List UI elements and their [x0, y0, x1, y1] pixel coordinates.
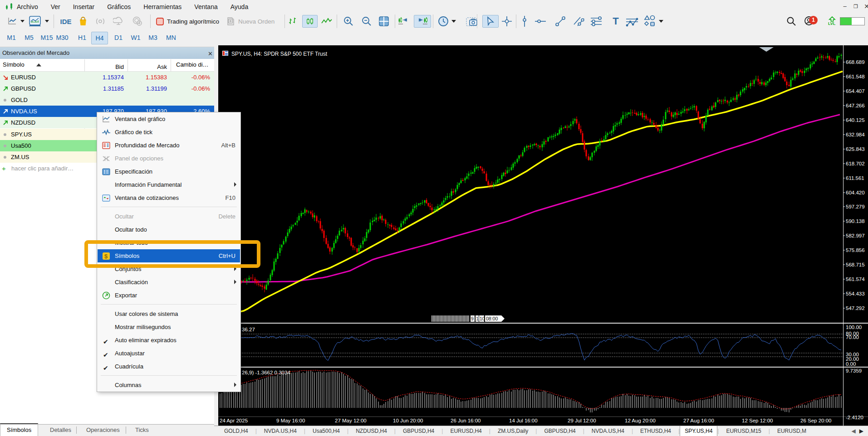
- svg-text:-2.4120: -2.4120: [846, 415, 863, 420]
- svg-text:36.27: 36.27: [242, 327, 255, 332]
- svg-text:597.279: 597.279: [846, 204, 865, 209]
- svg-text:1: 1: [476, 316, 479, 321]
- svg-text:29 Jul 12:00: 29 Jul 12:00: [568, 418, 596, 423]
- svg-text:26 Jun 16:00: 26 Jun 16:00: [451, 418, 481, 423]
- svg-text:618.702: 618.702: [846, 161, 865, 166]
- svg-text:575.856: 575.856: [846, 247, 865, 253]
- svg-text:12 Sep 12:00: 12 Sep 12:00: [742, 418, 773, 423]
- svg-text:08:00: 08:00: [486, 316, 498, 321]
- svg-text:568.715: 568.715: [846, 262, 865, 267]
- svg-text:547.292: 547.292: [846, 305, 865, 311]
- svg-text:9: 9: [471, 316, 474, 321]
- svg-text:647.266: 647.266: [846, 103, 865, 108]
- svg-text:27 May 12:00: 27 May 12:00: [335, 418, 367, 423]
- svg-text:9.7359: 9.7359: [846, 368, 862, 373]
- svg-text:0.00: 0.00: [846, 361, 856, 367]
- svg-text:9 May 16:00: 9 May 16:00: [276, 418, 305, 423]
- svg-text:604.420: 604.420: [846, 190, 865, 195]
- svg-text:12 Aug 20:00: 12 Aug 20:00: [625, 418, 656, 423]
- svg-text:10 Jun 20:00: 10 Jun 20:00: [393, 418, 423, 423]
- svg-text:26 Sep 20:00: 26 Sep 20:00: [800, 418, 831, 423]
- svg-text:10: 10: [480, 316, 485, 321]
- svg-text:625.843: 625.843: [846, 146, 865, 152]
- svg-text:27 Aug 16:00: 27 Aug 16:00: [683, 418, 714, 423]
- svg-text:582.997: 582.997: [846, 233, 865, 238]
- svg-text:632.984: 632.984: [846, 132, 865, 137]
- svg-text:26,9) -1.3662 0.3034: 26,9) -1.3662 0.3034: [242, 370, 290, 375]
- svg-text:640.125: 640.125: [846, 117, 865, 123]
- svg-text:668.689: 668.689: [846, 59, 865, 65]
- svg-text:661.548: 661.548: [846, 74, 865, 79]
- svg-text:554.433: 554.433: [846, 291, 865, 296]
- svg-text:70.00: 70.00: [846, 334, 859, 340]
- svg-text:611.561: 611.561: [846, 175, 864, 181]
- svg-text:24 Apr 2025: 24 Apr 2025: [220, 418, 248, 423]
- svg-text:561.574: 561.574: [846, 276, 865, 282]
- svg-text:14 Jul 16:00: 14 Jul 16:00: [509, 418, 538, 423]
- svg-text:100.00: 100.00: [846, 325, 862, 330]
- svg-text:SPY.US, H4: SPDR S&P 500 ETF: SPY.US, H4: SPDR S&P 500 ETF Trust: [231, 51, 328, 57]
- svg-text:654.407: 654.407: [846, 88, 865, 94]
- svg-text:590.138: 590.138: [846, 218, 865, 224]
